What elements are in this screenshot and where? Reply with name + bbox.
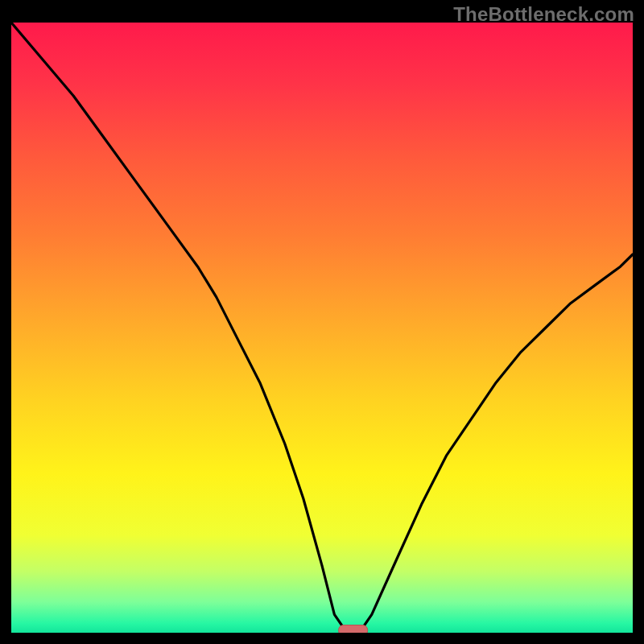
optimal-marker — [339, 625, 368, 634]
bottleneck-plot — [11, 23, 633, 633]
chart-frame: TheBottleneck.com — [0, 0, 644, 644]
watermark-text: TheBottleneck.com — [453, 3, 634, 26]
gradient-background — [11, 23, 633, 633]
